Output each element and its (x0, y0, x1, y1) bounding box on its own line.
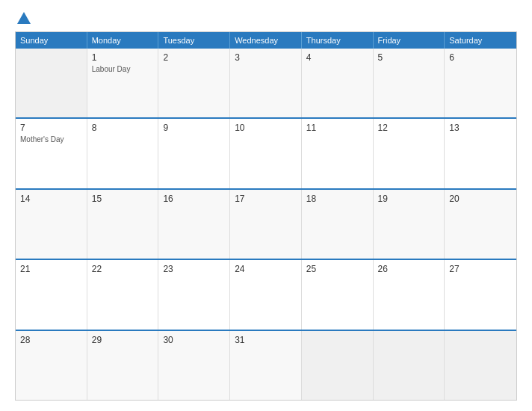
day-header-saturday: Saturday (445, 32, 516, 49)
day-number: 16 (163, 194, 225, 204)
day-cell: 17 (230, 190, 302, 259)
day-cell: 3 (230, 49, 302, 117)
day-cell: 22 (87, 260, 159, 329)
week-row-5: 28293031 (16, 330, 516, 400)
day-cell: 30 (158, 331, 230, 400)
day-cell: 29 (87, 331, 159, 400)
day-cell: 15 (87, 190, 159, 259)
day-cell: 8 (87, 119, 159, 188)
day-number: 25 (306, 264, 368, 274)
day-number: 23 (163, 264, 225, 274)
day-cell: 12 (374, 119, 445, 188)
day-cell: 19 (374, 190, 445, 259)
day-number: 28 (20, 335, 82, 345)
day-cell: 4 (302, 49, 374, 117)
day-number: 22 (92, 264, 154, 274)
day-cell: 25 (302, 260, 374, 329)
day-cell: 21 (16, 260, 87, 329)
week-row-2: 7Mother's Day8910111213 (16, 117, 516, 188)
day-cell: 24 (230, 260, 302, 329)
day-cell: 9 (158, 119, 230, 188)
weeks-container: 1Labour Day234567Mother's Day89101112131… (16, 49, 516, 400)
day-cell: 6 (445, 49, 516, 117)
day-number: 12 (378, 123, 440, 133)
day-number: 30 (163, 335, 225, 345)
day-number: 6 (449, 52, 512, 63)
day-event: Labour Day (92, 65, 154, 73)
day-cell: 13 (445, 119, 516, 188)
day-number: 29 (92, 335, 154, 345)
day-number: 10 (235, 123, 297, 133)
day-cell: 7Mother's Day (16, 119, 87, 188)
day-number: 27 (449, 264, 512, 274)
day-cell: 23 (158, 260, 230, 329)
week-row-1: 1Labour Day23456 (16, 49, 516, 117)
day-cell (302, 331, 374, 400)
day-header-tuesday: Tuesday (158, 32, 230, 49)
day-cell: 16 (158, 190, 230, 259)
day-number: 4 (306, 52, 368, 63)
header (15, 13, 517, 24)
day-cell: 1Labour Day (87, 49, 159, 117)
day-cell (374, 331, 445, 400)
day-number: 3 (235, 52, 297, 63)
days-header-row: SundayMondayTuesdayWednesdayThursdayFrid… (16, 32, 516, 49)
day-header-friday: Friday (374, 32, 445, 49)
day-event: Mother's Day (20, 135, 82, 143)
day-header-monday: Monday (87, 32, 159, 49)
day-header-sunday: Sunday (16, 32, 87, 49)
day-cell: 28 (16, 331, 87, 400)
week-row-3: 14151617181920 (16, 188, 516, 259)
day-number: 19 (378, 194, 440, 204)
day-number: 20 (449, 194, 512, 204)
day-number: 17 (235, 194, 297, 204)
day-number: 21 (20, 264, 82, 274)
day-number: 15 (92, 194, 154, 204)
day-cell (445, 331, 516, 400)
day-cell: 18 (302, 190, 374, 259)
day-number: 7 (20, 123, 82, 133)
calendar-page: SundayMondayTuesdayWednesdayThursdayFrid… (0, 0, 532, 411)
day-number: 31 (235, 335, 297, 345)
day-cell: 2 (158, 49, 230, 117)
day-cell: 27 (445, 260, 516, 329)
day-number: 1 (92, 52, 154, 63)
day-cell: 26 (374, 260, 445, 329)
day-number: 13 (449, 123, 512, 133)
logo (15, 13, 31, 24)
day-cell: 31 (230, 331, 302, 400)
day-header-thursday: Thursday (302, 32, 374, 49)
day-number: 11 (306, 123, 368, 133)
day-number: 2 (163, 52, 225, 63)
week-row-4: 21222324252627 (16, 259, 516, 329)
day-number: 9 (163, 123, 225, 133)
day-number: 14 (20, 194, 82, 204)
calendar-grid: SundayMondayTuesdayWednesdayThursdayFrid… (15, 31, 517, 401)
day-cell (16, 49, 87, 117)
day-cell: 20 (445, 190, 516, 259)
day-number: 8 (92, 123, 154, 133)
day-number: 18 (306, 194, 368, 204)
day-cell: 5 (374, 49, 445, 117)
day-cell: 10 (230, 119, 302, 188)
day-number: 26 (378, 264, 440, 274)
day-cell: 11 (302, 119, 374, 188)
logo-triangle-icon (17, 12, 31, 24)
day-cell: 14 (16, 190, 87, 259)
day-header-wednesday: Wednesday (230, 32, 302, 49)
day-number: 5 (378, 52, 440, 63)
day-number: 24 (235, 264, 297, 274)
